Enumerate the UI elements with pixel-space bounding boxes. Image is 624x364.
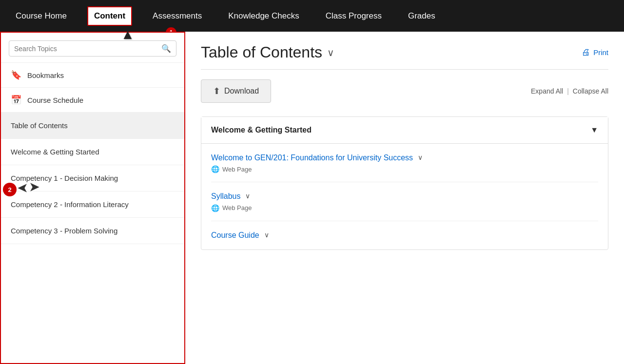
section-welcome-chevron-icon[interactable]: ▼ [590, 126, 598, 134]
calendar-icon: 📅 [11, 95, 21, 105]
nav-class-progress[interactable]: Class Progress [320, 7, 388, 25]
nav-assessments[interactable]: Assessments [147, 7, 208, 25]
step-2-arrow-icon: ➤ [18, 181, 27, 195]
expand-collapse-group: Expand All | Collapse All [531, 87, 608, 95]
toc-item-meta-gen201: 🌐 Web Page [211, 165, 598, 173]
page-title: Table of Contents [201, 43, 322, 61]
sidebar-nav-table-of-contents[interactable]: Table of Contents [1, 113, 184, 139]
step-2-arrow-icon2: ➤ [29, 180, 39, 194]
globe-icon-gen201: 🌐 [211, 165, 219, 173]
globe-icon-syllabus: 🌐 [211, 204, 219, 212]
toc-item-welcome-gen201: Welcome to GEN/201: Foundations for Univ… [211, 144, 598, 182]
nav-knowledge-checks[interactable]: Knowledge Checks [222, 7, 305, 25]
section-welcome-items: Welcome to GEN/201: Foundations for Univ… [201, 144, 608, 249]
search-box[interactable]: 🔍 [9, 40, 176, 57]
nav-course-home[interactable]: Course Home [10, 7, 73, 25]
content-area: Table of Contents ∨ 🖨 Print ⬆ Download E… [185, 32, 624, 364]
nav-grades[interactable]: Grades [402, 7, 441, 25]
toc-item-title-row: Welcome to GEN/201: Foundations for Univ… [211, 153, 598, 163]
download-button[interactable]: ⬆ Download [201, 79, 271, 103]
top-navigation: Course Home Content Assessments Knowledg… [0, 0, 624, 32]
step-2-annotation: 2 [3, 183, 17, 196]
download-icon: ⬆ [213, 86, 220, 96]
search-button[interactable]: 🔍 [161, 44, 171, 53]
section-welcome-header[interactable]: Welcome & Getting Started ▼ [201, 117, 608, 144]
toc-item-syllabus: Syllabus ∨ 🌐 Web Page [211, 182, 598, 221]
toolbar-row: ⬆ Download Expand All | Collapse All [201, 79, 608, 103]
sidebar-bookmarks-label: Bookmarks [27, 71, 64, 79]
expand-all-link[interactable]: Expand All [531, 87, 563, 95]
toc-item-title-row-course-guide: Course Guide ∨ [211, 230, 598, 241]
toc-item-type-syllabus: Web Page [222, 204, 252, 211]
step-2-badge: 2 [3, 183, 17, 196]
toc-item-title-row-syllabus: Syllabus ∨ [211, 191, 598, 202]
section-welcome: Welcome & Getting Started ▼ Welcome to G… [201, 116, 608, 250]
sidebar: 🔍 🔖 Bookmarks 📅 Course Schedule Table of… [0, 32, 185, 364]
bookmark-icon: 🔖 [11, 70, 21, 80]
main-layout: 🔍 🔖 Bookmarks 📅 Course Schedule Table of… [0, 32, 624, 364]
sidebar-course-schedule[interactable]: 📅 Course Schedule [1, 88, 184, 113]
toc-item-link-gen201[interactable]: Welcome to GEN/201: Foundations for Univ… [211, 153, 413, 163]
print-button[interactable]: 🖨 Print [582, 47, 608, 57]
sidebar-course-schedule-label: Course Schedule [27, 96, 83, 104]
collapse-all-link[interactable]: Collapse All [573, 87, 608, 95]
toc-item-meta-syllabus: 🌐 Web Page [211, 204, 598, 212]
toc-item-link-syllabus[interactable]: Syllabus [211, 191, 240, 202]
content-title-group: Table of Contents ∨ [201, 43, 334, 61]
toc-item-course-guide: Course Guide ∨ [211, 221, 598, 249]
title-chevron-icon[interactable]: ∨ [327, 47, 334, 58]
toc-item-expand-icon[interactable]: ∨ [418, 153, 423, 161]
search-input[interactable] [14, 45, 161, 53]
download-label: Download [224, 87, 259, 96]
divider: | [567, 87, 569, 95]
toc-item-expand-icon-syllabus[interactable]: ∨ [245, 192, 250, 200]
sidebar-nav-items: Table of Contents Welcome & Getting Star… [1, 113, 184, 244]
print-label: Print [593, 48, 608, 57]
toc-item-expand-icon-course-guide[interactable]: ∨ [264, 231, 269, 239]
sidebar-nav-competency3[interactable]: Competency 3 - Problem Solving [1, 218, 184, 244]
section-welcome-title: Welcome & Getting Started [211, 126, 312, 134]
sidebar-nav-competency2[interactable]: Competency 2 - Information Literacy [1, 192, 184, 218]
nav-content[interactable]: Content [87, 6, 132, 26]
sidebar-search-area: 🔍 [1, 33, 184, 63]
toc-item-link-course-guide[interactable]: Course Guide [211, 230, 259, 241]
content-header: Table of Contents ∨ 🖨 Print [201, 43, 608, 70]
print-icon: 🖨 [582, 47, 590, 57]
toc-item-type-gen201: Web Page [222, 166, 252, 173]
sidebar-nav-competency1[interactable]: Competency 1 - Decision Making [1, 165, 184, 192]
sidebar-bookmarks[interactable]: 🔖 Bookmarks [1, 63, 184, 88]
sidebar-nav-welcome[interactable]: Welcome & Getting Started [1, 139, 184, 165]
